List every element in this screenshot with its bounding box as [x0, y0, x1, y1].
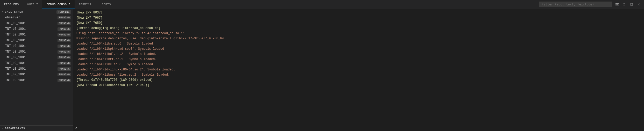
- call-stack-panel: ▾ CALL STACK RUNNING observerRUNNINGTNT_…: [0, 9, 73, 131]
- tab-problems[interactable]: PROBLEMS: [0, 0, 23, 9]
- tab-output[interactable]: OUTPUT: [23, 0, 42, 9]
- console-line: Loaded '/lib64/librt.so.1'. Symbols load…: [73, 57, 644, 62]
- call-stack-status-badge: RUNNING: [56, 10, 71, 14]
- stack-item-status: RUNNING: [58, 22, 71, 25]
- stack-item-name: TNT_L0_1001: [5, 50, 56, 54]
- console-line: [New LWP 7967]: [73, 15, 644, 20]
- stack-item-name: TNT_L0_1001: [5, 67, 56, 71]
- console-line: Using host libthread_db library "/lib64/…: [73, 31, 644, 36]
- stack-item[interactable]: TNT_L0_1001RUNNING: [0, 66, 73, 72]
- stack-item-status: RUNNING: [58, 79, 71, 82]
- debug-console-panel: [New LWP 8037][New LWP 7967][New LWP 765…: [73, 9, 644, 131]
- stack-item[interactable]: observerRUNNING: [0, 15, 73, 20]
- call-stack-list: observerRUNNINGTNT_L0_1001RUNNINGTNT_L0_…: [0, 15, 73, 125]
- stack-item-status: RUNNING: [58, 45, 71, 48]
- stack-item[interactable]: TNT_L0_1001RUNNING: [0, 49, 73, 55]
- console-line: Loaded '/lib64/ld-linux-x86-64.so.2'. Sy…: [73, 67, 644, 72]
- stack-item[interactable]: TNT_L0_1001RUNNING: [0, 32, 73, 38]
- console-line: [Thread 0x7f48d65a7700 (LWP 9309) exited…: [73, 77, 644, 83]
- console-line: Loaded '/lib64/libm.so.6'. Symbols loade…: [73, 41, 644, 46]
- stack-item[interactable]: TNT_L0_1001RUNNING: [0, 43, 73, 49]
- breakpoints-chevron-icon: ▾: [2, 127, 4, 130]
- stack-item[interactable]: TNT_L0_1001RUNNING: [0, 55, 73, 60]
- tab-ports[interactable]: PORTS: [98, 0, 115, 9]
- stack-item-status: RUNNING: [58, 27, 71, 31]
- console-output[interactable]: [New LWP 8037][New LWP 7967][New LWP 765…: [73, 9, 644, 125]
- console-line: [New Thread 0x7f48d6567700 (LWP 21969)]: [73, 83, 644, 88]
- console-line: Loaded '/lib64/libnss_files.so.2'. Symbo…: [73, 72, 644, 77]
- close-panel-button[interactable]: [636, 1, 642, 8]
- stack-item-name: TNT_L0_1001: [5, 56, 56, 59]
- stack-item-name: observer: [5, 16, 56, 19]
- stack-item[interactable]: TNT_L0_1001RUNNING: [0, 72, 73, 77]
- console-line: [New LWP 8037]: [73, 10, 644, 15]
- call-stack-title: CALL STACK: [5, 10, 57, 13]
- stack-item[interactable]: TNT_L0_1001RUNNING: [0, 60, 73, 66]
- call-stack-header[interactable]: ▾ CALL STACK RUNNING: [0, 9, 73, 15]
- tab-icon-buttons: [614, 1, 644, 8]
- tabs-bar: PROBLEMSOUTPUTDEBUG CONSOLETERMINALPORTS: [0, 0, 644, 9]
- stack-item-name: TNT_L0_1001: [5, 27, 56, 31]
- console-line: Missing separate debuginfos, use: debugi…: [73, 36, 644, 41]
- stack-item-status: RUNNING: [58, 16, 71, 19]
- main-area: ▾ CALL STACK RUNNING observerRUNNINGTNT_…: [0, 9, 644, 131]
- stack-item-name: TNT_L0_1001: [5, 61, 56, 65]
- stack-item[interactable]: TNT_L0_1001RUNNING: [0, 38, 73, 43]
- stack-item-name: TNT_L0_1001: [5, 73, 56, 76]
- maximize-button[interactable]: [628, 1, 635, 8]
- stack-item-status: RUNNING: [58, 67, 71, 71]
- stack-item-status: RUNNING: [58, 33, 71, 37]
- console-line: Loaded '/lib64/libc.so.6'. Symbols loade…: [73, 62, 644, 67]
- chevron-icon: ▾: [2, 10, 4, 13]
- stack-item-name: TNT_L0_1001: [5, 33, 56, 37]
- tabs-container: PROBLEMSOUTPUTDEBUG CONSOLETERMINALPORTS: [0, 0, 115, 9]
- stack-item-status: RUNNING: [58, 39, 71, 42]
- console-line: Loaded '/lib64/libdl.so.2'. Symbols load…: [73, 52, 644, 57]
- stack-item-status: RUNNING: [58, 50, 71, 54]
- console-input-row: >: [73, 125, 644, 131]
- filter-input[interactable]: [539, 2, 612, 7]
- stack-item[interactable]: TNT_L0_1001RUNNING: [0, 26, 73, 32]
- filter-area: [539, 2, 612, 7]
- console-input[interactable]: [78, 126, 642, 130]
- console-line: [Thread debugging using libthread_db ena…: [73, 26, 644, 31]
- stack-item-status: RUNNING: [58, 62, 71, 65]
- stack-item-name: TNT_L0_1001: [5, 44, 56, 48]
- breakpoints-title: BREAKPOINTS: [5, 127, 71, 130]
- tab-debug-console[interactable]: DEBUG CONSOLE: [42, 0, 74, 9]
- stack-item-name: TNT_L0_1001: [5, 39, 56, 42]
- collapse-button[interactable]: [621, 1, 627, 8]
- console-line: Loaded '/lib64/libpthread.so.0'. Symbols…: [73, 46, 644, 52]
- stack-item-name: TNT_L0_1001: [5, 21, 56, 25]
- stack-item[interactable]: TNT L0 1001RUNNING: [0, 77, 73, 83]
- console-line: [New LWP 7650]: [73, 20, 644, 26]
- stack-item[interactable]: TNT_L0_1001RUNNING: [0, 20, 73, 26]
- stack-item-status: RUNNING: [58, 73, 71, 76]
- stack-item-name: TNT L0 1001: [5, 78, 56, 82]
- console-prompt: >: [75, 126, 77, 130]
- stack-item-status: RUNNING: [58, 56, 71, 59]
- wrap-lines-button[interactable]: [614, 1, 620, 8]
- tab-terminal[interactable]: TERMINAL: [75, 0, 98, 9]
- breakpoints-header[interactable]: ▾ BREAKPOINTS: [0, 125, 73, 131]
